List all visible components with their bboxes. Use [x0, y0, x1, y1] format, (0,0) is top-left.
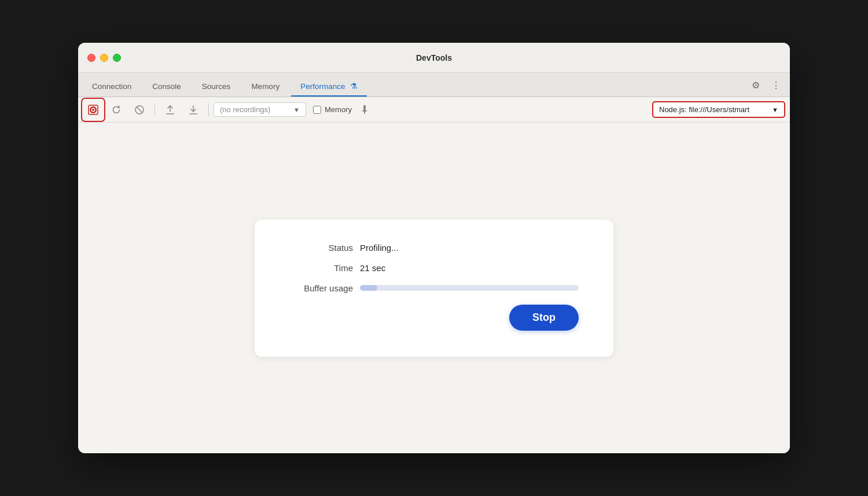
record-button[interactable]	[83, 99, 104, 120]
separator-1	[155, 103, 155, 116]
recordings-dropdown[interactable]: (no recordings) ▼	[214, 102, 306, 117]
node-selector[interactable]: Node.js: file:///Users/stmart ▼	[652, 101, 785, 118]
stop-button[interactable]: Stop	[509, 305, 579, 331]
refresh-button[interactable]	[106, 99, 127, 120]
tab-connection[interactable]: Connection	[83, 77, 141, 97]
broom-icon	[359, 104, 370, 116]
clear-button[interactable]	[129, 99, 150, 120]
upload-button[interactable]	[160, 99, 181, 120]
recordings-dropdown-arrow: ▼	[293, 106, 300, 113]
download-icon	[188, 105, 198, 115]
more-button[interactable]: ⋮	[769, 77, 783, 92]
buffer-bar-fill	[360, 285, 377, 291]
stop-btn-row: Stop	[289, 305, 579, 331]
main-content: Status Profiling... Time 21 sec Buffer u…	[78, 123, 790, 453]
maximize-button[interactable]	[113, 54, 121, 62]
status-card: Status Profiling... Time 21 sec Buffer u…	[255, 220, 613, 357]
tab-memory[interactable]: Memory	[242, 77, 289, 97]
memory-checkbox[interactable]	[313, 106, 321, 114]
status-label: Status	[289, 243, 353, 253]
svg-rect-9	[364, 110, 365, 114]
time-row: Time 21 sec	[289, 263, 579, 273]
tabbar: Connection Console Sources Memory Perfor…	[78, 73, 790, 97]
toolbar: (no recordings) ▼ Memory Node.js: file:/…	[78, 97, 790, 123]
window-title: DevTools	[416, 53, 452, 62]
gc-button[interactable]	[354, 99, 375, 120]
devtools-window: DevTools Connection Console Sources Memo…	[78, 43, 790, 453]
record-icon	[87, 104, 99, 116]
upload-icon	[165, 105, 175, 115]
settings-button[interactable]: ⚙	[749, 77, 762, 92]
flask-icon: ⚗	[350, 82, 358, 91]
close-button[interactable]	[87, 54, 95, 62]
status-row: Status Profiling...	[289, 243, 579, 253]
tab-console[interactable]: Console	[143, 77, 190, 97]
svg-rect-8	[363, 105, 366, 110]
node-dropdown-arrow: ▼	[772, 106, 778, 113]
status-value: Profiling...	[360, 243, 399, 253]
time-value: 21 sec	[360, 263, 385, 273]
tab-sources[interactable]: Sources	[193, 77, 240, 97]
separator-2	[208, 103, 209, 116]
svg-point-3	[92, 109, 94, 111]
minimize-button[interactable]	[100, 54, 108, 62]
traffic-lights	[87, 54, 121, 62]
memory-checkbox-container: Memory	[313, 105, 352, 114]
download-button[interactable]	[183, 99, 204, 120]
tabbar-actions: ⚙ ⋮	[749, 77, 783, 92]
clear-icon	[134, 105, 145, 115]
svg-line-5	[137, 108, 142, 112]
buffer-row: Buffer usage	[289, 283, 579, 293]
tab-performance[interactable]: Performance ⚗	[291, 77, 367, 97]
titlebar: DevTools	[78, 43, 790, 73]
time-label: Time	[289, 263, 353, 273]
memory-label[interactable]: Memory	[325, 105, 352, 114]
buffer-label: Buffer usage	[289, 283, 353, 293]
buffer-bar-container	[360, 285, 579, 291]
refresh-icon	[111, 105, 122, 115]
